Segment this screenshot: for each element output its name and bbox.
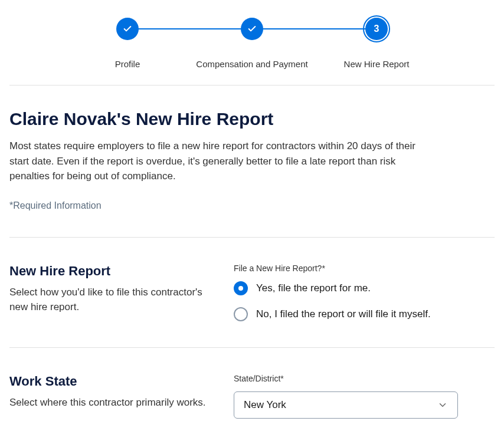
chevron-down-icon xyxy=(437,400,448,410)
step-circle-complete xyxy=(241,18,263,40)
radio-circle xyxy=(234,307,248,321)
section-right: State/District* New York xyxy=(234,374,495,419)
required-info-note: *Required Information xyxy=(9,200,495,211)
step-new-hire-report[interactable]: 3 New Hire Report xyxy=(365,18,388,40)
radio-dot-icon xyxy=(238,286,243,291)
state-select[interactable]: New York xyxy=(234,391,458,419)
field-label: File a New Hire Report?* xyxy=(234,264,495,273)
section-left: Work State Select where this contractor … xyxy=(9,374,210,419)
page-description: Most states require employers to file a … xyxy=(9,139,423,184)
step-compensation[interactable]: Compensation and Payment xyxy=(241,18,263,40)
check-icon xyxy=(123,24,132,34)
stepper-wrapper: Profile Compensation and Payment 3 New H… xyxy=(116,18,388,71)
section-description: Select where this contractor primarily w… xyxy=(9,395,210,410)
section-new-hire-report: New Hire Report Select how you'd like to… xyxy=(9,237,495,347)
radio-circle-selected xyxy=(234,281,248,295)
section-title: Work State xyxy=(9,374,210,389)
stepper: Profile Compensation and Payment 3 New H… xyxy=(9,0,495,85)
step-profile[interactable]: Profile xyxy=(116,18,139,40)
page-title: Claire Novak's New Hire Report xyxy=(9,109,495,129)
select-value: New York xyxy=(244,399,286,411)
step-label: Profile xyxy=(115,59,140,69)
section-title: New Hire Report xyxy=(9,264,210,279)
radio-group: Yes, file the report for me. No, I filed… xyxy=(234,281,495,321)
check-icon xyxy=(247,24,257,34)
section-work-state: Work State Select where this contractor … xyxy=(9,347,495,442)
radio-option-yes[interactable]: Yes, file the report for me. xyxy=(234,281,495,295)
step-number: 3 xyxy=(374,24,379,34)
section-left: New Hire Report Select how you'd like to… xyxy=(9,264,210,321)
radio-label: Yes, file the report for me. xyxy=(256,282,371,294)
page-header: Claire Novak's New Hire Report Most stat… xyxy=(9,85,495,237)
step-label: Compensation and Payment xyxy=(196,59,307,69)
field-label: State/District* xyxy=(234,374,495,383)
step-label: New Hire Report xyxy=(344,59,410,69)
section-right: File a New Hire Report?* Yes, file the r… xyxy=(234,264,495,321)
section-description: Select how you'd like to file this contr… xyxy=(9,285,210,315)
step-circle-complete xyxy=(116,18,139,40)
step-circle-current: 3 xyxy=(365,18,388,40)
radio-label: No, I filed the report or will file it m… xyxy=(256,308,431,320)
radio-option-no[interactable]: No, I filed the report or will file it m… xyxy=(234,307,495,321)
